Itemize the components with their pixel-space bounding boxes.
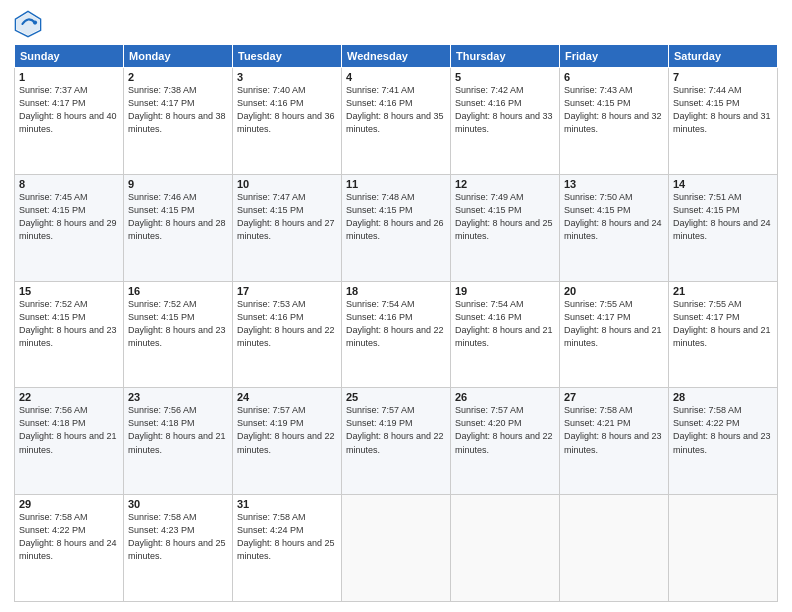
calendar-cell: 15Sunrise: 7:52 AMSunset: 4:15 PMDayligh…	[15, 281, 124, 388]
day-number: 5	[455, 71, 555, 83]
day-detail: Sunrise: 7:57 AMSunset: 4:19 PMDaylight:…	[237, 405, 335, 454]
calendar-cell: 7Sunrise: 7:44 AMSunset: 4:15 PMDaylight…	[669, 68, 778, 175]
day-detail: Sunrise: 7:54 AMSunset: 4:16 PMDaylight:…	[346, 299, 444, 348]
day-number: 28	[673, 391, 773, 403]
day-detail: Sunrise: 7:58 AMSunset: 4:22 PMDaylight:…	[673, 405, 771, 454]
dow-header-thursday: Thursday	[451, 45, 560, 68]
calendar-cell: 28Sunrise: 7:58 AMSunset: 4:22 PMDayligh…	[669, 388, 778, 495]
week-row-1: 1Sunrise: 7:37 AMSunset: 4:17 PMDaylight…	[15, 68, 778, 175]
day-number: 3	[237, 71, 337, 83]
day-detail: Sunrise: 7:40 AMSunset: 4:16 PMDaylight:…	[237, 85, 335, 134]
calendar-cell: 9Sunrise: 7:46 AMSunset: 4:15 PMDaylight…	[124, 174, 233, 281]
day-of-week-row: SundayMondayTuesdayWednesdayThursdayFrid…	[15, 45, 778, 68]
day-number: 15	[19, 285, 119, 297]
calendar-cell: 8Sunrise: 7:45 AMSunset: 4:15 PMDaylight…	[15, 174, 124, 281]
day-detail: Sunrise: 7:52 AMSunset: 4:15 PMDaylight:…	[19, 299, 117, 348]
page: SundayMondayTuesdayWednesdayThursdayFrid…	[0, 0, 792, 612]
calendar-cell: 16Sunrise: 7:52 AMSunset: 4:15 PMDayligh…	[124, 281, 233, 388]
dow-header-sunday: Sunday	[15, 45, 124, 68]
day-number: 18	[346, 285, 446, 297]
day-detail: Sunrise: 7:57 AMSunset: 4:20 PMDaylight:…	[455, 405, 553, 454]
calendar-cell: 29Sunrise: 7:58 AMSunset: 4:22 PMDayligh…	[15, 495, 124, 602]
calendar-cell	[342, 495, 451, 602]
day-detail: Sunrise: 7:53 AMSunset: 4:16 PMDaylight:…	[237, 299, 335, 348]
calendar-cell: 31Sunrise: 7:58 AMSunset: 4:24 PMDayligh…	[233, 495, 342, 602]
calendar-cell: 18Sunrise: 7:54 AMSunset: 4:16 PMDayligh…	[342, 281, 451, 388]
day-number: 9	[128, 178, 228, 190]
day-number: 17	[237, 285, 337, 297]
day-number: 20	[564, 285, 664, 297]
day-detail: Sunrise: 7:47 AMSunset: 4:15 PMDaylight:…	[237, 192, 335, 241]
day-detail: Sunrise: 7:41 AMSunset: 4:16 PMDaylight:…	[346, 85, 444, 134]
calendar-cell: 30Sunrise: 7:58 AMSunset: 4:23 PMDayligh…	[124, 495, 233, 602]
calendar-cell: 2Sunrise: 7:38 AMSunset: 4:17 PMDaylight…	[124, 68, 233, 175]
calendar-cell	[560, 495, 669, 602]
day-detail: Sunrise: 7:44 AMSunset: 4:15 PMDaylight:…	[673, 85, 771, 134]
calendar-cell: 12Sunrise: 7:49 AMSunset: 4:15 PMDayligh…	[451, 174, 560, 281]
day-detail: Sunrise: 7:45 AMSunset: 4:15 PMDaylight:…	[19, 192, 117, 241]
calendar-cell	[669, 495, 778, 602]
week-row-3: 15Sunrise: 7:52 AMSunset: 4:15 PMDayligh…	[15, 281, 778, 388]
day-number: 4	[346, 71, 446, 83]
day-detail: Sunrise: 7:42 AMSunset: 4:16 PMDaylight:…	[455, 85, 553, 134]
day-number: 22	[19, 391, 119, 403]
day-number: 19	[455, 285, 555, 297]
calendar-cell: 25Sunrise: 7:57 AMSunset: 4:19 PMDayligh…	[342, 388, 451, 495]
day-number: 10	[237, 178, 337, 190]
dow-header-monday: Monday	[124, 45, 233, 68]
day-number: 12	[455, 178, 555, 190]
day-number: 14	[673, 178, 773, 190]
calendar-cell: 14Sunrise: 7:51 AMSunset: 4:15 PMDayligh…	[669, 174, 778, 281]
calendar-cell: 22Sunrise: 7:56 AMSunset: 4:18 PMDayligh…	[15, 388, 124, 495]
logo	[14, 10, 46, 38]
day-detail: Sunrise: 7:38 AMSunset: 4:17 PMDaylight:…	[128, 85, 226, 134]
day-detail: Sunrise: 7:49 AMSunset: 4:15 PMDaylight:…	[455, 192, 553, 241]
day-detail: Sunrise: 7:43 AMSunset: 4:15 PMDaylight:…	[564, 85, 662, 134]
dow-header-saturday: Saturday	[669, 45, 778, 68]
calendar-cell: 1Sunrise: 7:37 AMSunset: 4:17 PMDaylight…	[15, 68, 124, 175]
calendar-cell: 21Sunrise: 7:55 AMSunset: 4:17 PMDayligh…	[669, 281, 778, 388]
header	[14, 10, 778, 38]
svg-point-2	[33, 21, 37, 25]
day-number: 13	[564, 178, 664, 190]
day-detail: Sunrise: 7:52 AMSunset: 4:15 PMDaylight:…	[128, 299, 226, 348]
day-detail: Sunrise: 7:57 AMSunset: 4:19 PMDaylight:…	[346, 405, 444, 454]
calendar-cell: 19Sunrise: 7:54 AMSunset: 4:16 PMDayligh…	[451, 281, 560, 388]
day-detail: Sunrise: 7:55 AMSunset: 4:17 PMDaylight:…	[673, 299, 771, 348]
day-detail: Sunrise: 7:54 AMSunset: 4:16 PMDaylight:…	[455, 299, 553, 348]
calendar-cell: 13Sunrise: 7:50 AMSunset: 4:15 PMDayligh…	[560, 174, 669, 281]
day-number: 8	[19, 178, 119, 190]
week-row-4: 22Sunrise: 7:56 AMSunset: 4:18 PMDayligh…	[15, 388, 778, 495]
day-number: 6	[564, 71, 664, 83]
calendar-cell: 3Sunrise: 7:40 AMSunset: 4:16 PMDaylight…	[233, 68, 342, 175]
day-number: 26	[455, 391, 555, 403]
dow-header-friday: Friday	[560, 45, 669, 68]
day-detail: Sunrise: 7:58 AMSunset: 4:21 PMDaylight:…	[564, 405, 662, 454]
day-detail: Sunrise: 7:37 AMSunset: 4:17 PMDaylight:…	[19, 85, 117, 134]
day-number: 2	[128, 71, 228, 83]
day-number: 23	[128, 391, 228, 403]
calendar-cell: 24Sunrise: 7:57 AMSunset: 4:19 PMDayligh…	[233, 388, 342, 495]
calendar-cell: 4Sunrise: 7:41 AMSunset: 4:16 PMDaylight…	[342, 68, 451, 175]
calendar-cell	[451, 495, 560, 602]
day-detail: Sunrise: 7:50 AMSunset: 4:15 PMDaylight:…	[564, 192, 662, 241]
calendar-cell: 20Sunrise: 7:55 AMSunset: 4:17 PMDayligh…	[560, 281, 669, 388]
day-number: 31	[237, 498, 337, 510]
day-detail: Sunrise: 7:56 AMSunset: 4:18 PMDaylight:…	[128, 405, 226, 454]
day-detail: Sunrise: 7:56 AMSunset: 4:18 PMDaylight:…	[19, 405, 117, 454]
day-detail: Sunrise: 7:55 AMSunset: 4:17 PMDaylight:…	[564, 299, 662, 348]
day-number: 21	[673, 285, 773, 297]
week-row-5: 29Sunrise: 7:58 AMSunset: 4:22 PMDayligh…	[15, 495, 778, 602]
week-row-2: 8Sunrise: 7:45 AMSunset: 4:15 PMDaylight…	[15, 174, 778, 281]
day-number: 29	[19, 498, 119, 510]
day-number: 27	[564, 391, 664, 403]
day-detail: Sunrise: 7:58 AMSunset: 4:22 PMDaylight:…	[19, 512, 117, 561]
calendar-table: SundayMondayTuesdayWednesdayThursdayFrid…	[14, 44, 778, 602]
day-number: 24	[237, 391, 337, 403]
calendar-cell: 5Sunrise: 7:42 AMSunset: 4:16 PMDaylight…	[451, 68, 560, 175]
dow-header-tuesday: Tuesday	[233, 45, 342, 68]
day-detail: Sunrise: 7:58 AMSunset: 4:23 PMDaylight:…	[128, 512, 226, 561]
calendar-cell: 6Sunrise: 7:43 AMSunset: 4:15 PMDaylight…	[560, 68, 669, 175]
day-number: 1	[19, 71, 119, 83]
day-detail: Sunrise: 7:46 AMSunset: 4:15 PMDaylight:…	[128, 192, 226, 241]
